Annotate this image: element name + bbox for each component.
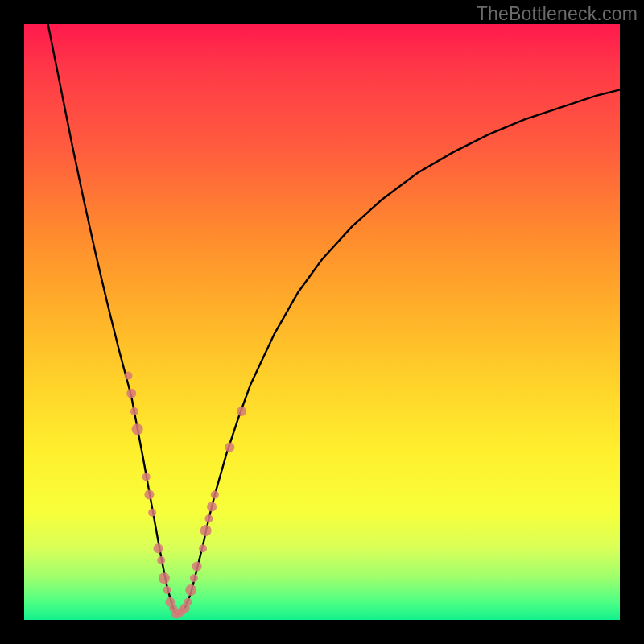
data-point	[199, 544, 207, 552]
data-point	[207, 502, 217, 511]
scatter-points	[125, 372, 247, 619]
data-point	[225, 442, 234, 452]
data-point	[154, 543, 163, 553]
data-point	[192, 561, 202, 571]
data-point	[157, 556, 165, 564]
data-point	[184, 598, 192, 606]
data-point	[130, 407, 138, 415]
data-point	[204, 514, 213, 522]
data-point	[237, 407, 246, 416]
data-point	[148, 509, 156, 517]
chart-frame: TheBottleneck.com	[0, 0, 644, 644]
data-point	[125, 372, 133, 380]
data-point	[211, 491, 219, 499]
data-point	[144, 490, 154, 500]
data-point	[185, 584, 196, 596]
data-point	[200, 525, 212, 536]
data-point	[142, 473, 151, 481]
chart-overlay-svg	[24, 24, 620, 620]
data-point	[190, 574, 198, 582]
data-point	[159, 572, 170, 584]
data-point	[163, 586, 171, 594]
bottleneck-curve	[48, 24, 620, 614]
data-point	[132, 423, 143, 435]
watermark-text: TheBottleneck.com	[477, 3, 638, 25]
data-point	[126, 389, 136, 398]
